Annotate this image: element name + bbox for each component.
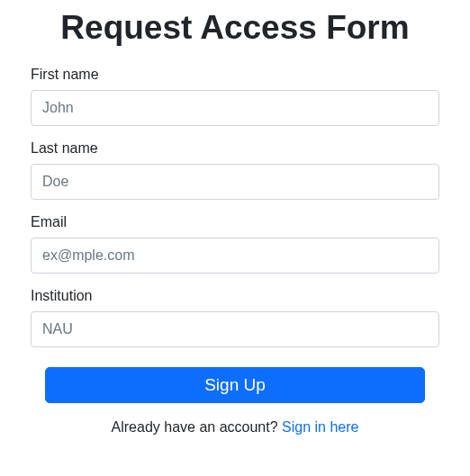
request-access-form: First name Last name Email Institution S… [31,67,439,403]
page-title: Request Access Form [31,0,439,67]
first-name-group: First name [31,67,439,126]
institution-group: Institution [31,288,439,347]
email-label: Email [31,214,439,230]
email-input[interactable] [31,238,439,274]
last-name-label: Last name [31,140,439,157]
last-name-input[interactable] [31,164,439,200]
signin-prompt: Already have an account? Sign in here [31,419,439,436]
institution-input[interactable] [31,311,439,347]
email-group: Email [31,214,439,274]
last-name-group: Last name [31,140,439,200]
first-name-input[interactable] [31,90,439,126]
signin-prompt-text: Already have an account? [112,419,282,435]
sign-up-button[interactable]: Sign Up [45,367,425,403]
signin-link[interactable]: Sign in here [282,419,358,435]
first-name-label: First name [31,67,439,83]
institution-label: Institution [31,288,439,304]
